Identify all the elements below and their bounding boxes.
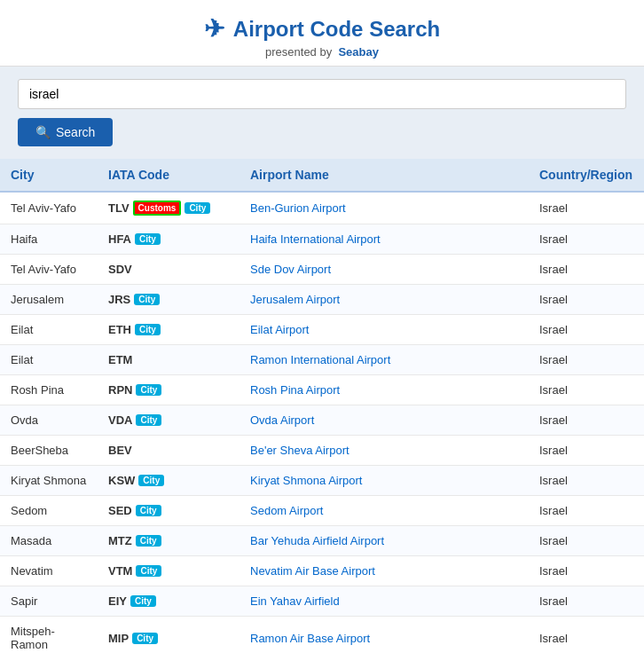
airport-link[interactable]: Sde Dov Airport [250,263,331,276]
cell-country: Israel [529,556,644,586]
header: ✈ Airport Code Search presented by Seaba… [0,0,644,67]
table-row: Mitspeh-RamonMIPCityRamon Air Base Airpo… [0,617,644,654]
cell-country: Israel [529,436,644,466]
cell-airport[interactable]: Bar Yehuda Airfield Airport [240,526,529,556]
table-row: JerusalemJRSCityJerusalem AirportIsrael [0,285,644,315]
iata-code-text: RPN [108,383,132,397]
cell-country: Israel [529,405,644,436]
cell-iata: ETHCity [98,315,240,345]
badge-city: City [134,294,160,305]
airport-link[interactable]: Ramon International Airport [250,353,390,366]
table-header-row: City IATA Code Airport Name Country/Regi… [0,159,644,192]
col-header-country: Country/Region [529,159,644,192]
cell-iata: VTMCity [98,556,240,586]
cell-city: Tel Aviv-Yafo [0,192,98,224]
badge-city: City [132,633,158,644]
search-area: 🔍 Search [0,67,644,159]
cell-airport[interactable]: Ein Yahav Airfield [240,586,529,617]
cell-iata: HFACity [98,224,240,255]
airport-link[interactable]: Ovda Airport [250,413,314,427]
cell-city: Kiryat Shmona [0,466,98,496]
table-row: SapirEIYCityEin Yahav AirfieldIsrael [0,586,644,617]
cell-airport[interactable]: Ramon Air Base Airport [240,617,529,654]
badge-city: City [136,414,161,426]
search-icon: 🔍 [35,125,51,139]
airport-link[interactable]: Nevatim Air Base Airport [250,564,375,578]
cell-country: Israel [529,224,644,255]
col-header-iata: IATA Code [98,159,240,192]
page-wrapper: ✈ Airport Code Search presented by Seaba… [0,0,644,653]
table-row: NevatimVTMCityNevatim Air Base AirportIs… [0,556,644,586]
badge-city: City [130,595,156,607]
cell-city: Haifa [0,224,98,255]
table-row: EilatETMRamon International AirportIsrae… [0,345,644,375]
iata-code-text: JRS [108,293,130,306]
results-table: City IATA Code Airport Name Country/Regi… [0,159,644,653]
airport-link[interactable]: Haifa International Airport [250,232,381,246]
iata-code-text: TLV [108,201,130,215]
table-row: BeerShebaBEVBe'er Sheva AirportIsrael [0,436,644,466]
airport-link[interactable]: Rosh Pina Airport [250,383,340,397]
airport-link[interactable]: Ein Yahav Airfield [250,594,340,608]
cell-city: BeerSheba [0,436,98,466]
col-header-airport: Airport Name [240,159,529,192]
cell-airport[interactable]: Ben-Gurion Airport [240,192,529,224]
cell-airport[interactable]: Sde Dov Airport [240,255,529,285]
airport-link[interactable]: Sedom Airport [250,504,323,517]
airport-link[interactable]: Ben-Gurion Airport [250,201,346,215]
airport-link[interactable]: Jerusalem Airport [250,293,340,306]
table-row: EilatETHCityEilat AirportIsrael [0,315,644,345]
cell-airport[interactable]: Nevatim Air Base Airport [240,556,529,586]
cell-airport[interactable]: Jerusalem Airport [240,285,529,315]
iata-code-text: VTM [108,564,132,578]
cell-airport[interactable]: Haifa International Airport [240,224,529,255]
cell-iata: SDV [98,255,240,285]
cell-city: Eilat [0,345,98,375]
cell-iata: MTZCity [98,526,240,556]
badge-city: City [136,505,161,516]
cell-airport[interactable]: Ramon International Airport [240,345,529,375]
cell-airport[interactable]: Be'er Sheva Airport [240,436,529,466]
cell-airport[interactable]: Eilat Airport [240,315,529,345]
iata-code-text: MTZ [108,534,132,547]
cell-iata: EIYCity [98,586,240,617]
cell-iata: VDACity [98,405,240,436]
cell-airport[interactable]: Ovda Airport [240,405,529,436]
airport-link[interactable]: Be'er Sheva Airport [250,444,349,457]
table-row: OvdaVDACityOvda AirportIsrael [0,405,644,436]
badge-city: City [135,324,161,335]
badge-city: City [138,475,164,486]
cell-country: Israel [529,496,644,526]
results-table-container: City IATA Code Airport Name Country/Regi… [0,159,644,653]
search-input[interactable] [18,79,626,109]
cell-country: Israel [529,586,644,617]
page-title: ✈ Airport Code Search [18,14,626,43]
badge-city: City [136,384,161,396]
iata-code-text: ETH [108,323,131,336]
cell-country: Israel [529,255,644,285]
cell-iata: ETM [98,345,240,375]
iata-code-text: BEV [108,444,132,457]
cell-country: Israel [529,315,644,345]
cell-country: Israel [529,192,644,224]
cell-airport[interactable]: Sedom Airport [240,496,529,526]
search-button[interactable]: 🔍 Search [18,118,113,146]
iata-code-text: VDA [108,413,132,427]
airport-link[interactable]: Bar Yehuda Airfield Airport [250,534,384,547]
cell-country: Israel [529,345,644,375]
badge-customs: Customs [133,201,182,216]
cell-city: Nevatim [0,556,98,586]
table-row: MasadaMTZCityBar Yehuda Airfield Airport… [0,526,644,556]
cell-iata: RPNCity [98,375,240,405]
airport-link[interactable]: Kiryat Shmona Airport [250,474,362,487]
airport-link[interactable]: Ramon Air Base Airport [250,632,370,645]
cell-city: Rosh Pina [0,375,98,405]
cell-airport[interactable]: Rosh Pina Airport [240,375,529,405]
cell-airport[interactable]: Kiryat Shmona Airport [240,466,529,496]
cell-iata: JRSCity [98,285,240,315]
cell-city: Mitspeh-Ramon [0,617,98,654]
airport-link[interactable]: Eilat Airport [250,323,309,336]
iata-code-text: ETM [108,353,132,366]
badge-city: City [135,233,161,245]
table-row: Tel Aviv-YafoTLVCustomsCityBen-Gurion Ai… [0,192,644,224]
